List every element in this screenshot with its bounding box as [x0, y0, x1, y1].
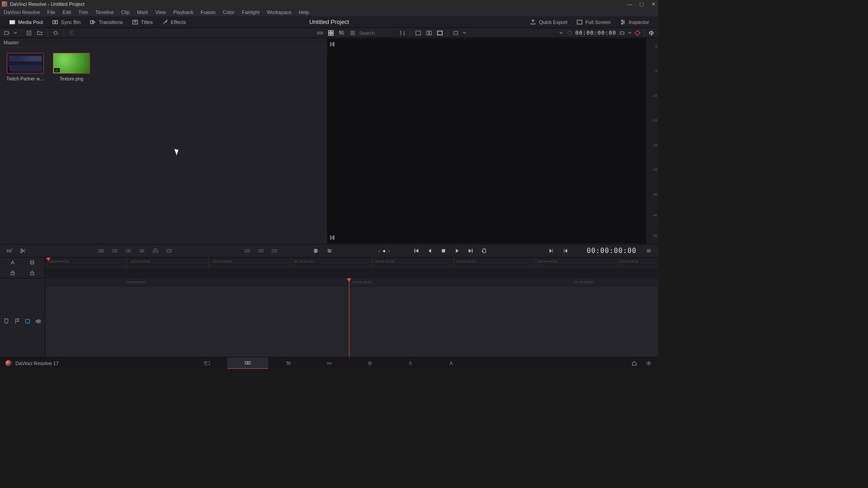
- full-screen-button[interactable]: Full Screen: [572, 18, 615, 27]
- timecode-settings-icon[interactable]: [618, 29, 626, 37]
- home-icon[interactable]: [630, 360, 638, 367]
- timeline-track-area[interactable]: 00:24:04:00 00:24:06:00 00:24:08:00: [45, 278, 658, 364]
- viewer-cinema-icon[interactable]: [436, 29, 444, 37]
- split-clip-icon[interactable]: [18, 246, 28, 256]
- media-clip[interactable]: ▭ Texture.png: [52, 53, 90, 81]
- minimize-button[interactable]: —: [627, 1, 633, 7]
- viewer-display[interactable]: [328, 39, 646, 243]
- titles-tab[interactable]: Titles: [127, 18, 157, 27]
- speaker-icon[interactable]: [647, 29, 656, 37]
- skip-forward-icon[interactable]: [330, 42, 335, 47]
- loop-button[interactable]: [479, 246, 490, 255]
- menu-edit[interactable]: Edit: [59, 9, 75, 16]
- track-header[interactable]: [0, 278, 45, 364]
- go-to-end-button[interactable]: [465, 246, 476, 255]
- viewer-dual-icon[interactable]: [425, 29, 433, 37]
- menu-fusion[interactable]: Fusion: [197, 9, 219, 16]
- playhead-line[interactable]: [349, 278, 349, 364]
- strip-view-icon[interactable]: [316, 29, 324, 37]
- metadata-icon[interactable]: [67, 29, 75, 37]
- search-input[interactable]: [359, 30, 396, 36]
- sync-icon[interactable]: [52, 29, 60, 37]
- menu-color[interactable]: Color: [219, 9, 238, 16]
- import-folder-icon[interactable]: [36, 29, 44, 37]
- chevron-down-icon[interactable]: [628, 29, 632, 37]
- upper-timeline-ruler[interactable]: 00:24:00:00 00:24:04:00 00:24:08:00 00:2…: [45, 258, 658, 278]
- flag-icon[interactable]: [14, 318, 21, 325]
- upper-playhead[interactable]: [46, 258, 51, 262]
- safe-area-icon[interactable]: [452, 29, 460, 37]
- stop-button[interactable]: [438, 246, 449, 255]
- inspector-button[interactable]: Inspector: [615, 18, 654, 27]
- tools-icon[interactable]: [633, 29, 642, 37]
- dissolve-icon[interactable]: [242, 246, 252, 256]
- timeline-view-b-icon[interactable]: [28, 259, 36, 266]
- import-menu-icon[interactable]: [3, 29, 11, 37]
- play-button[interactable]: [452, 246, 462, 255]
- menu-clip[interactable]: Clip: [118, 9, 133, 16]
- source-overwrite-icon[interactable]: [164, 246, 174, 256]
- clip-thumbnail[interactable]: ▭: [53, 53, 90, 74]
- record-icon[interactable]: [566, 29, 574, 37]
- chevron-down-icon[interactable]: [462, 29, 466, 37]
- place-on-top-icon[interactable]: [151, 246, 160, 256]
- menu-timeline[interactable]: Timeline: [92, 9, 118, 16]
- menu-davinci[interactable]: DaVinci Resolve: [3, 9, 44, 16]
- menu-playback[interactable]: Playback: [170, 9, 197, 16]
- clip-thumbnail[interactable]: ♪: [7, 53, 44, 74]
- maximize-button[interactable]: ▢: [638, 1, 645, 7]
- next-edit-button[interactable]: [546, 246, 557, 255]
- boring-detector-icon[interactable]: [5, 246, 14, 256]
- menu-mark[interactable]: Mark: [133, 9, 151, 16]
- page-edit[interactable]: [268, 357, 309, 369]
- color-icon[interactable]: [24, 318, 32, 325]
- chevron-down-icon[interactable]: [559, 29, 563, 37]
- effects-tab[interactable]: Effects: [157, 18, 190, 27]
- source-timecode[interactable]: 00:00:00:00: [576, 30, 616, 36]
- skip-forward-icon[interactable]: [330, 235, 335, 240]
- close-up-icon[interactable]: [137, 246, 147, 256]
- free-playhead-icon[interactable]: [28, 269, 36, 277]
- media-pool-tab[interactable]: Media Pool: [5, 18, 47, 27]
- marker-icon[interactable]: [3, 318, 10, 325]
- timeline-options-icon[interactable]: [311, 246, 321, 256]
- transitions-tab[interactable]: Transitions: [85, 18, 127, 27]
- page-fairlight[interactable]: [390, 357, 431, 369]
- prev-edit-button[interactable]: [560, 246, 571, 255]
- chevron-down-icon[interactable]: [14, 29, 17, 37]
- page-cut[interactable]: [227, 357, 268, 369]
- sync-bin-tab[interactable]: Sync Bin: [47, 18, 85, 27]
- bin-path[interactable]: Master: [0, 38, 327, 47]
- page-color[interactable]: [349, 357, 390, 369]
- settings-icon[interactable]: [645, 360, 653, 367]
- prev-frame-button[interactable]: [425, 246, 435, 255]
- menu-view[interactable]: View: [151, 9, 170, 16]
- timeline-timecode[interactable]: 00:00:00:00: [587, 247, 637, 255]
- close-button[interactable]: ✕: [650, 1, 656, 7]
- smooth-cut-icon[interactable]: [269, 246, 279, 256]
- menu-file[interactable]: File: [44, 9, 59, 16]
- page-fusion[interactable]: [309, 357, 349, 369]
- playhead-marker[interactable]: [347, 278, 351, 283]
- timeline-view-a-icon[interactable]: [9, 259, 17, 266]
- quick-export-button[interactable]: Quick Export: [525, 18, 572, 27]
- sort-icon[interactable]: [398, 29, 406, 37]
- menu-fairlight[interactable]: Fairlight: [238, 9, 263, 16]
- sync-timeline-icon[interactable]: [325, 246, 335, 256]
- ripple-overwrite-icon[interactable]: [123, 246, 133, 256]
- thumbnail-view-icon[interactable]: [327, 29, 335, 37]
- lock-playhead-icon[interactable]: [9, 269, 17, 277]
- cut-transition-icon[interactable]: [256, 246, 266, 256]
- page-deliver[interactable]: [431, 357, 472, 369]
- media-clip[interactable]: ♪ Twitch Partner we...: [6, 53, 44, 81]
- list-view-icon[interactable]: [349, 29, 357, 37]
- page-media[interactable]: [187, 357, 227, 369]
- go-to-start-button[interactable]: [411, 246, 422, 255]
- metadata-view-icon[interactable]: [338, 29, 346, 37]
- smart-insert-icon[interactable]: [96, 246, 106, 256]
- timeline-menu-icon[interactable]: [644, 246, 654, 256]
- menu-help[interactable]: Help: [295, 9, 313, 16]
- menu-trim[interactable]: Trim: [75, 9, 92, 16]
- import-media-icon[interactable]: [25, 29, 33, 37]
- append-icon[interactable]: [110, 246, 120, 256]
